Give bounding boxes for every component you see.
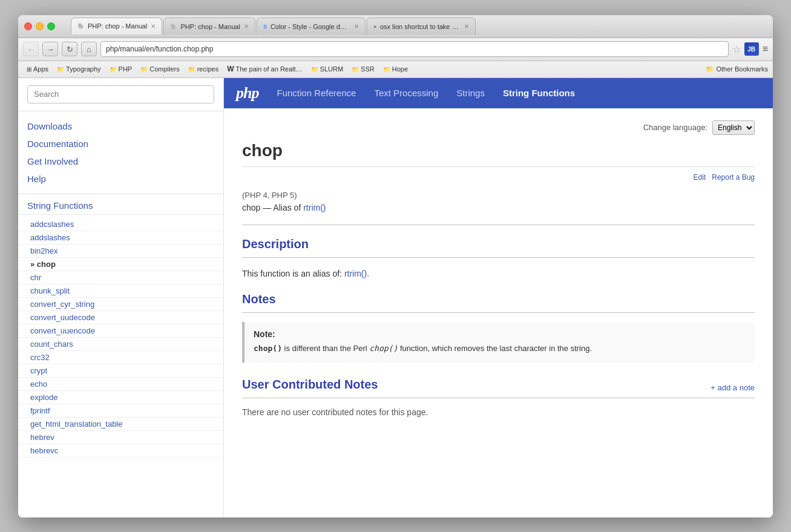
forward-icon: → [47,45,54,54]
sidebar-function-addcslashes[interactable]: addcslashes [18,218,223,231]
nav-strings[interactable]: Strings [456,88,485,98]
title-bar: 🐘 PHP: chop - Manual ✕ 🐘 PHP: chop - Man… [18,15,773,38]
language-bar: Change language: English [242,120,755,135]
bookmark-pain[interactable]: W The pain of an Realt… [223,64,306,74]
bookmark-label: Apps [33,65,48,73]
user-notes-title: User Contributed Notes [242,378,378,392]
bookmark-hope[interactable]: 📁 Hope [379,64,412,74]
folder-icon: 📁 [311,66,318,73]
sidebar-function-convert-uudecode[interactable]: convert_uudecode [18,311,223,324]
description-title: Description [242,237,755,251]
tabs-bar: 🐘 PHP: chop - Manual ✕ 🐘 PHP: chop - Man… [71,18,767,34]
sidebar-item-help[interactable]: Help [27,170,214,188]
sidebar-function-echo[interactable]: echo [18,378,223,391]
sidebar-function-crypt[interactable]: crypt [18,364,223,378]
note-perl-chop: chop() [369,344,398,353]
back-button[interactable]: ← [23,42,39,56]
sidebar-item-get-involved[interactable]: Get Involved [27,153,214,170]
reload-button[interactable]: ↻ [62,42,77,56]
folder-icon: 📁 [352,66,359,73]
tab-3[interactable]: S Color - Style - Google des… ✕ [257,18,366,34]
tab-close-icon[interactable]: ✕ [151,23,156,30]
edit-link[interactable]: Edit [694,173,706,182]
title-divider [242,166,755,167]
report-bug-link[interactable]: Report a Bug [712,173,755,182]
forward-button[interactable]: → [42,42,58,56]
sidebar-function-get-html-translation-table[interactable]: get_html_translation_table [18,418,223,431]
sidebar: Downloads Documentation Get Involved Hel… [18,78,224,517]
nav-string-functions[interactable]: String Functions [503,88,575,98]
nav-function-reference[interactable]: Function Reference [277,88,356,98]
sidebar-function-explode[interactable]: explode [18,391,223,404]
note-text: chop() is different than the Perl chop()… [254,343,746,355]
description-text: This function is an alias of: rtrim(). [242,267,755,280]
description-link[interactable]: rtrim(). [344,269,369,278]
sidebar-function-chop[interactable]: chop [18,258,223,271]
close-button[interactable] [24,22,32,30]
search-input[interactable] [27,85,214,103]
tab-close-icon[interactable]: ✕ [354,23,359,30]
sidebar-functions: addcslashes addslashes bin2hex chop chr … [18,215,223,461]
tab-title: Color - Style - Google des… [271,23,350,30]
sidebar-function-count-chars[interactable]: count_chars [18,338,223,351]
bookmark-label: The pain of an Realt… [236,65,303,73]
jb-button[interactable]: JB [744,42,759,56]
bookmark-apps[interactable]: ⊞ Apps [23,64,52,74]
tab-title: osx lion shortcut to take s… [380,23,461,30]
tab-2[interactable]: 🐘 PHP: chop - Manual ✕ [163,18,255,34]
sidebar-item-downloads[interactable]: Downloads [27,117,214,135]
tab-close-icon[interactable]: ✕ [244,23,249,30]
bookmark-typography[interactable]: 📁 Typography [53,64,104,74]
sidebar-function-convert-uuencode[interactable]: convert_uuencode [18,324,223,338]
alias-text: chop — Alias of rtrim() [242,203,755,212]
no-notes-text: There are no user contributed notes for … [242,407,755,417]
bookmark-star-icon[interactable]: ☆ [732,44,741,55]
tab-close-icon[interactable]: ✕ [464,23,469,30]
alias-link[interactable]: rtrim() [303,203,326,212]
main-content: Downloads Documentation Get Involved Hel… [18,78,773,517]
note-title: Note: [254,329,746,339]
address-bar[interactable]: php/manual/en/function.chop.php [100,41,729,57]
folder-icon: 📁 [57,66,64,73]
sidebar-function-fprintf[interactable]: fprintf [18,404,223,418]
maximize-button[interactable] [47,22,55,30]
bookmark-label: SLURM [320,65,344,73]
minimize-button[interactable] [36,22,44,30]
sidebar-function-convert-cyr-string[interactable]: convert_cyr_string [18,298,223,311]
tab-4[interactable]: » osx lion shortcut to take s… ✕ [367,18,476,34]
bookmark-recipes[interactable]: 📁 recipes [185,64,222,74]
bookmark-slurm[interactable]: 📁 SLURM [307,64,347,74]
sidebar-function-addslashes[interactable]: addslashes [18,231,223,245]
sidebar-section-title[interactable]: String Functions [18,194,223,215]
browser-window: 🐘 PHP: chop - Manual ✕ 🐘 PHP: chop - Man… [18,15,773,517]
add-note-link[interactable]: add a note [711,383,755,392]
folder-icon: 📁 [110,66,117,73]
sidebar-function-chunk-split[interactable]: chunk_split [18,284,223,298]
folder-icon: 📁 [706,65,714,73]
nav-text-processing[interactable]: Text Processing [374,88,438,98]
reload-icon: ↻ [67,45,73,54]
nav-bar: ← → ↻ ⌂ php/manual/en/function.chop.php … [18,38,773,61]
home-button[interactable]: ⌂ [81,42,97,56]
bookmark-label: PHP [119,65,133,73]
language-select[interactable]: English [712,120,755,135]
note-text-2: function, which removes the last charact… [400,344,592,353]
bookmark-compilers[interactable]: 📁 Compilers [137,64,183,74]
sidebar-function-hebrev[interactable]: hebrev [18,431,223,444]
tab-favicon: 🐘 [170,24,177,30]
tab-1[interactable]: 🐘 PHP: chop - Manual ✕ [71,18,162,34]
sidebar-function-bin2hex[interactable]: bin2hex [18,245,223,258]
sidebar-function-crc32[interactable]: crc32 [18,351,223,364]
menu-icon[interactable]: ≡ [763,44,768,54]
sidebar-function-hebrevc[interactable]: hebrevc [18,444,223,458]
section-divider-1 [242,225,755,225]
section-divider-4 [242,398,755,398]
bookmark-ssr[interactable]: 📁 SSR [348,64,378,74]
search-container [18,78,223,111]
bookmark-label: SSR [361,65,375,73]
bookmark-php[interactable]: 📁 PHP [106,64,136,74]
sidebar-function-chr[interactable]: chr [18,271,223,284]
page-content: Change language: English chop Edit Repor… [224,108,773,517]
other-bookmarks[interactable]: 📁 Other Bookmarks [706,65,768,73]
sidebar-item-documentation[interactable]: Documentation [27,135,214,153]
